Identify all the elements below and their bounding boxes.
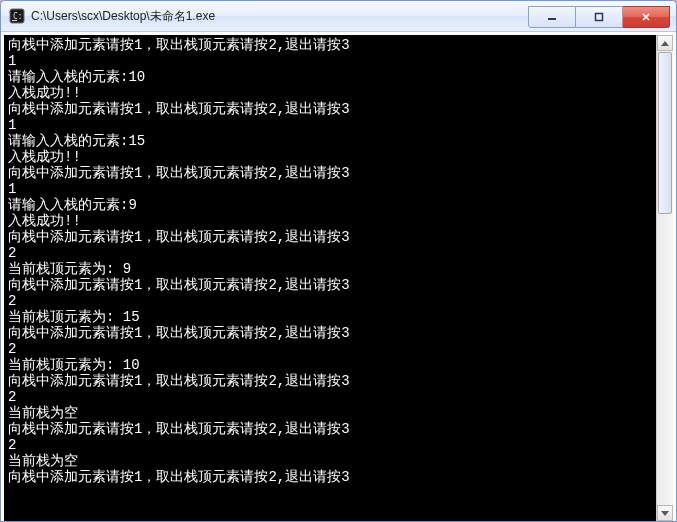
minimize-button[interactable] [528, 6, 576, 28]
scroll-thumb[interactable] [658, 52, 672, 214]
title-left: C: C:\Users\scx\Desktop\未命名1.exe [1, 8, 215, 25]
minimize-icon [547, 12, 557, 22]
window-title: C:\Users\scx\Desktop\未命名1.exe [31, 8, 215, 25]
titlebar[interactable]: C: C:\Users\scx\Desktop\未命名1.exe [1, 1, 676, 32]
svg-rect-2 [12, 20, 17, 21]
scroll-up-button[interactable] [657, 35, 673, 51]
svg-rect-3 [548, 18, 556, 20]
svg-text:C:: C: [13, 12, 23, 21]
console[interactable]: 向栈中添加元素请按1，取出栈顶元素请按2,退出请按3 1 请输入入栈的元素:10… [4, 35, 673, 521]
vertical-scrollbar[interactable] [656, 35, 673, 521]
app-icon: C: [9, 8, 25, 24]
app-window: C: C:\Users\scx\Desktop\未命名1.exe 向栈中添加元素… [0, 0, 677, 522]
svg-rect-4 [596, 14, 603, 21]
chevron-down-icon [661, 511, 669, 516]
maximize-button[interactable] [576, 6, 623, 28]
window-buttons [528, 6, 670, 26]
console-output: 向栈中添加元素请按1，取出栈顶元素请按2,退出请按3 1 请输入入栈的元素:10… [8, 37, 655, 519]
close-icon [641, 12, 651, 22]
maximize-icon [594, 12, 604, 22]
client-area: 向栈中添加元素请按1，取出栈顶元素请按2,退出请按3 1 请输入入栈的元素:10… [1, 32, 676, 522]
close-button[interactable] [623, 6, 670, 28]
chevron-up-icon [661, 41, 669, 46]
scroll-down-button[interactable] [657, 505, 673, 521]
